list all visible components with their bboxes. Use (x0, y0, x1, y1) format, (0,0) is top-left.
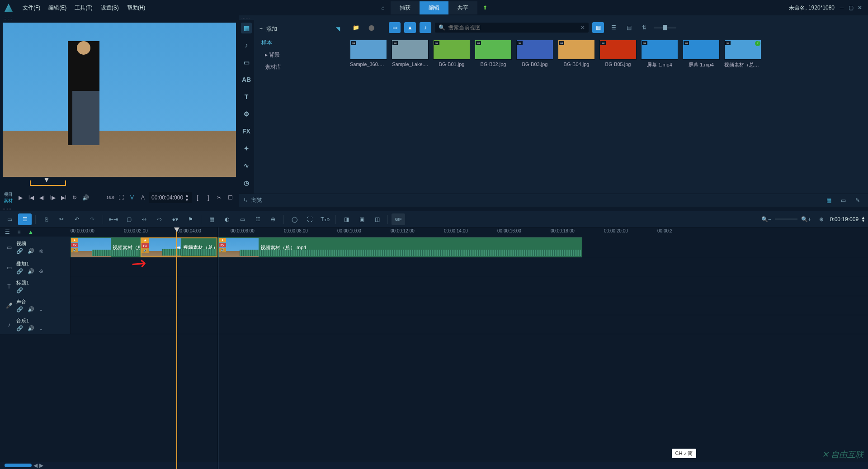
volume-icon[interactable]: 🔊 (80, 193, 90, 203)
filter-audio-icon[interactable]: ♪ (420, 22, 431, 33)
add-button[interactable]: + 添加 ◥ (254, 22, 345, 37)
thumb-item[interactable]: ▭Sample_Lake.... (392, 40, 429, 68)
timecode-stepper-icon[interactable]: ▲▼ (861, 216, 865, 223)
title-track-content[interactable] (71, 277, 868, 296)
ungroup-icon[interactable]: ◫ (370, 213, 384, 225)
menu-edit[interactable]: 编辑(E) (48, 4, 66, 12)
fit-icon[interactable]: ▢ (122, 213, 136, 225)
tree-sample[interactable]: 样本 (254, 37, 345, 49)
zoom-out-icon[interactable]: 🔍− (760, 213, 773, 225)
maximize-icon[interactable]: ▢ (847, 4, 854, 11)
3d-title-icon[interactable]: T₃ᴅ (318, 213, 332, 225)
timeline-view-icon[interactable]: ☰ (18, 213, 32, 225)
menu-help[interactable]: 帮助(H) (127, 4, 146, 12)
resize-icon[interactable]: ⛶ (116, 193, 126, 203)
multicam-icon[interactable]: ▦ (205, 213, 218, 225)
media-category-icon[interactable]: ▦ (241, 23, 252, 33)
timecode-stepper-icon[interactable]: ▲▼ (185, 193, 189, 202)
gif-export-icon[interactable]: GIF (392, 213, 405, 225)
chapter-icon[interactable]: ▭ (236, 213, 249, 225)
color-category-icon[interactable]: ✦ (241, 143, 252, 154)
scroll-left-icon[interactable]: ◀ (33, 462, 38, 469)
mode-clip-label[interactable]: 素材 (4, 198, 13, 204)
thumb-item[interactable]: ▭BG-B04.jpg (558, 40, 595, 68)
title-category-icon[interactable]: T (241, 91, 252, 102)
preview-viewport[interactable] (3, 23, 236, 177)
tab-capture[interactable]: 捕获 (391, 1, 420, 14)
path-category-icon[interactable]: ∿ (241, 160, 252, 171)
redo-icon[interactable]: ↷ (85, 213, 99, 225)
zoom-slider[interactable] (775, 218, 797, 220)
thumb-item[interactable]: ▭BG-B03.jpg (516, 40, 553, 68)
playhead[interactable] (176, 227, 177, 469)
thumb-item[interactable]: ▭屏幕 1.mp4 (641, 40, 678, 68)
options-icon-1[interactable]: ▦ (823, 195, 835, 206)
mark-in-icon[interactable]: [ (193, 193, 203, 203)
browse-button[interactable]: 浏览 (251, 196, 262, 204)
tab-edit[interactable]: 编辑 (420, 1, 448, 14)
minimize-icon[interactable]: ─ (838, 4, 845, 11)
search-input[interactable] (448, 24, 578, 31)
mark-out-icon[interactable]: ] (203, 193, 213, 203)
overlay-category-icon[interactable]: ⚙ (241, 109, 252, 119)
slip-icon[interactable]: ⇔ (137, 213, 151, 225)
options-icon-2[interactable]: ▭ (837, 195, 849, 206)
fx-category-icon[interactable]: FX (241, 126, 252, 137)
voice-track-content[interactable] (71, 296, 868, 315)
zoom-in-icon[interactable]: 🔍+ (799, 213, 813, 225)
pan-zoom-icon[interactable]: ⛶ (303, 213, 316, 225)
thumb-item[interactable]: ▭Sample_360.m... (350, 40, 387, 68)
export-icon[interactable]: ⬆ (477, 1, 493, 14)
lock-icon[interactable]: ※ (39, 268, 43, 275)
thumb-size-slider[interactable] (654, 27, 676, 28)
tab-share[interactable]: 共享 (448, 1, 477, 14)
mute-icon[interactable]: 🔊 (28, 325, 34, 332)
fit-timeline-icon[interactable]: ⊕ (815, 213, 828, 225)
marker-icon[interactable]: ⚑ (184, 213, 197, 225)
audio-category-icon[interactable]: ♪ (241, 40, 252, 51)
timeline-timecode[interactable]: 0:00:19:009 (830, 216, 859, 223)
sort-icon[interactable]: ⇅ (638, 22, 650, 33)
copy-icon[interactable]: ⎘ (39, 213, 53, 225)
motion-icon[interactable]: ◯ (288, 213, 301, 225)
subtitle-icon[interactable]: ☷ (251, 213, 264, 225)
thumb-item[interactable]: ▭BG-B01.jpg (433, 40, 470, 68)
undo-icon[interactable]: ↶ (70, 213, 84, 225)
scroll-right-icon[interactable]: ▶ (39, 462, 43, 469)
tracking-icon[interactable]: ⊕ (266, 213, 280, 225)
lock-icon[interactable]: ※ (39, 248, 43, 254)
aspect-ratio-button[interactable]: 16:9 (105, 193, 115, 203)
go-end-icon[interactable]: ▶I (59, 193, 69, 203)
import-icon[interactable]: 📁 (350, 22, 362, 33)
thumb-item[interactable]: ▭BG-B05.jpg (599, 40, 637, 68)
trim-bar[interactable] (4, 180, 235, 188)
options-icon-3[interactable]: ✎ (852, 195, 863, 206)
filter-video-icon[interactable]: ▭ (389, 22, 401, 33)
mode-project-label[interactable]: 项目 (4, 191, 13, 198)
mute-icon[interactable]: 🔊 (28, 248, 34, 254)
ripple-icon[interactable]: ⇤⇥ (107, 213, 120, 225)
slide-icon[interactable]: ⇨ (153, 213, 166, 225)
video-track-content[interactable]: ★FX🔊 视频素材（总 ★FX🔊 视频素材（总） ★FX🔊 视频素材（总）.mp… (71, 237, 868, 258)
close-icon[interactable]: ✕ (856, 4, 863, 11)
tree-background[interactable]: ▸ 背景 (254, 49, 345, 61)
thumb-item[interactable]: ▭BG-B02.jpg (475, 40, 512, 68)
timeline-scrollbar[interactable]: ◀ ▶ (0, 462, 868, 469)
timeline-ruler[interactable]: 00:00:00:0000:00:02:0000:00:04:0000:00:0… (71, 227, 868, 237)
play-icon[interactable]: ▶ (15, 193, 25, 203)
clip-3[interactable]: ★FX🔊 视频素材（总）.mp4 (218, 237, 582, 257)
record-icon[interactable]: ⬤ (365, 22, 377, 33)
menu-file[interactable]: 文件(F) (23, 4, 40, 12)
filter-photo-icon[interactable]: ▲ (404, 22, 416, 33)
expand-icon[interactable]: ⌄ (39, 325, 43, 332)
clear-search-icon[interactable]: ✕ (580, 24, 585, 31)
a-button[interactable]: A (138, 193, 148, 203)
loop-icon[interactable]: ↻ (70, 193, 80, 203)
transition-category-icon[interactable]: AB (241, 74, 252, 85)
home-icon[interactable]: ⌂ (375, 1, 391, 14)
expand-icon[interactable]: ⌄ (39, 306, 43, 313)
record-vo-icon[interactable]: ●▾ (168, 213, 182, 225)
clip-1[interactable]: ★FX🔊 视频素材（总 (71, 237, 141, 257)
mute-icon[interactable]: 🔊 (28, 268, 34, 275)
menu-tools[interactable]: 工具(T) (75, 4, 92, 12)
